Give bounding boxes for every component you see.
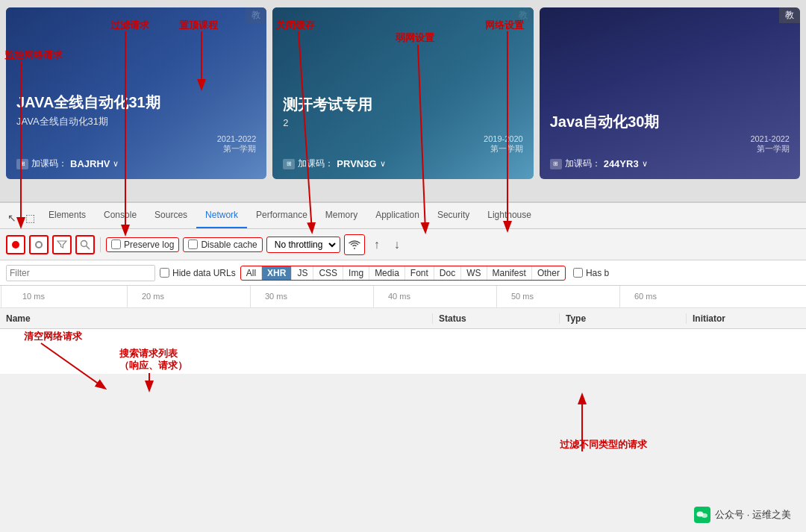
card-code-label-1: 加课码：: [31, 157, 67, 170]
card-semester-1: 第一学期: [16, 143, 256, 154]
tick-40ms: 40 ms: [388, 292, 410, 301]
tab-security[interactable]: Security: [428, 203, 478, 228]
tab-performance[interactable]: Performance: [247, 203, 316, 228]
preserve-log-label: Preserve log: [124, 240, 174, 250]
disable-cache-label: Disable cache: [201, 240, 257, 250]
download-button[interactable]: ↓: [389, 237, 405, 253]
wechat-icon: [694, 507, 710, 523]
filter-row: Hide data URLs All XHR JS CSS Img Media …: [0, 260, 806, 286]
tab-application[interactable]: Application: [366, 203, 428, 228]
filter-css[interactable]: CSS: [313, 266, 343, 280]
col-initiator-header: Initiator: [687, 313, 806, 324]
filter-font[interactable]: Font: [405, 266, 434, 280]
search-button[interactable]: [75, 235, 95, 254]
has-blocked-input[interactable]: [573, 268, 583, 278]
record-button[interactable]: [6, 235, 25, 254]
stop-button[interactable]: [29, 235, 49, 254]
card-semester-2: 第一学期: [283, 143, 522, 154]
card-year-1: 2021-2022: [16, 134, 256, 143]
filter-manifest[interactable]: Manifest: [487, 266, 532, 280]
cursor-icon[interactable]: ↖: [3, 207, 21, 228]
filter-input[interactable]: [6, 265, 155, 281]
course-card-1[interactable]: 教 JAVA全线自动化31期 JAVA全线自动化31期 2021-2022 第一…: [6, 7, 266, 179]
card-code-label-2: 加课码：: [298, 157, 334, 170]
hide-data-urls-label: Hide data URLs: [172, 268, 236, 278]
card-code-1: BAJRHV: [70, 158, 110, 169]
watermark-text: 公众号 · 运维之美: [715, 508, 791, 522]
card-title-3: Java自动化30期: [550, 112, 790, 132]
tab-console[interactable]: Console: [95, 203, 146, 228]
card-title-2: 测开考试专用: [283, 95, 522, 115]
filter-type-group: All XHR JS CSS Img Media Font Doc WS Man…: [240, 266, 566, 281]
upload-button[interactable]: ↑: [369, 237, 385, 253]
throttle-select-group[interactable]: No throttling Fast 3G Slow 3G Offline: [266, 237, 340, 253]
col-type-header: Type: [560, 313, 687, 324]
table-body: [0, 329, 806, 374]
card-year-2: 2019-2020: [283, 134, 522, 143]
col-status-header: Status: [433, 313, 560, 324]
throttle-select[interactable]: No throttling Fast 3G Slow 3G Offline: [269, 238, 338, 251]
preserve-log-input[interactable]: [111, 240, 121, 249]
card-code-2: PRVN3G: [337, 158, 376, 169]
card-semester-3: 第一学期: [550, 143, 790, 154]
card-code-label-3: 加课码：: [565, 157, 601, 170]
filter-js[interactable]: JS: [292, 266, 313, 280]
svg-point-22: [702, 513, 707, 518]
filter-button[interactable]: [52, 235, 72, 254]
hide-data-urls-checkbox[interactable]: Hide data URLs: [160, 268, 236, 278]
tab-sources[interactable]: Sources: [146, 203, 196, 228]
devtools-panel: ↖ ⬚ Elements Console Sources Network Per…: [0, 201, 806, 532]
has-blocked-group: Has b: [573, 268, 609, 278]
disable-cache-checkbox[interactable]: Disable cache: [183, 237, 262, 252]
svg-point-0: [81, 240, 87, 246]
course-card-2[interactable]: 教 测开考试专用 2 2019-2020 第一学期 ⊞ 加课码： PRVN3G …: [272, 7, 533, 179]
table-header: Name Status Type Initiator: [0, 308, 806, 329]
tick-50ms: 50 ms: [511, 292, 534, 301]
filter-all[interactable]: All: [241, 266, 262, 280]
watermark: 公众号 · 运维之美: [694, 507, 791, 523]
card-title-1: JAVA全线自动化31期: [16, 93, 256, 113]
card-year-3: 2021-2022: [550, 134, 790, 143]
tick-60ms: 60 ms: [634, 292, 657, 301]
col-name-header: Name: [0, 313, 433, 324]
card-subtitle-2: 2: [283, 117, 522, 128]
filter-img[interactable]: Img: [343, 266, 369, 280]
tab-memory[interactable]: Memory: [316, 203, 366, 228]
tab-network[interactable]: Network: [196, 203, 247, 228]
svg-line-1: [87, 245, 90, 249]
has-blocked-label: Has b: [586, 268, 609, 278]
tick-30ms: 30 ms: [265, 292, 287, 301]
network-toolbar: Preserve log Disable cache No throttling…: [0, 229, 806, 260]
card-code-3: 244YR3: [604, 158, 639, 169]
tab-lighthouse[interactable]: Lighthouse: [478, 203, 540, 228]
filter-ws[interactable]: WS: [461, 266, 487, 280]
tick-20ms: 20 ms: [142, 292, 164, 301]
inspect-icon[interactable]: ⬚: [21, 207, 40, 228]
devtools-tabbar: ↖ ⬚ Elements Console Sources Network Per…: [0, 203, 806, 229]
course-card-3[interactable]: 教 Java自动化30期 2021-2022 第一学期 ⊞ 加课码： 244YR…: [540, 7, 800, 179]
wifi-settings-button[interactable]: [344, 234, 365, 255]
filter-media[interactable]: Media: [369, 266, 405, 280]
hide-data-urls-input[interactable]: [160, 268, 169, 278]
tab-elements[interactable]: Elements: [40, 203, 95, 228]
tick-10ms: 10 ms: [22, 292, 45, 301]
disable-cache-input[interactable]: [188, 240, 198, 249]
timeline-row: 10 ms 20 ms 30 ms 40 ms 50 ms 60 ms: [0, 286, 806, 308]
filter-other[interactable]: Other: [532, 266, 565, 280]
filter-xhr[interactable]: XHR: [262, 266, 292, 280]
preserve-log-checkbox[interactable]: Preserve log: [106, 237, 179, 252]
filter-doc[interactable]: Doc: [434, 266, 461, 280]
card-code-arrow-1[interactable]: ∨: [113, 159, 119, 169]
card-subtitle-1: JAVA全线自动化31期: [16, 115, 256, 128]
